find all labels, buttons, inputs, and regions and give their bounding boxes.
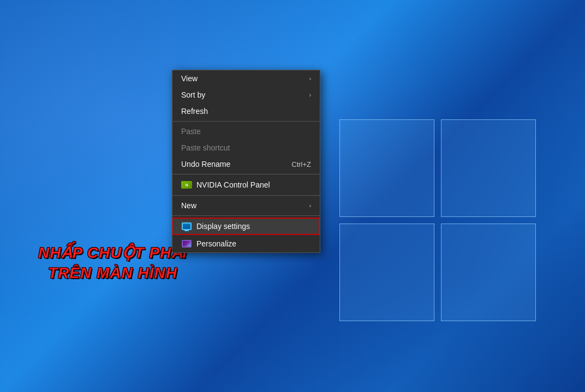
menu-label-nvidia: NVIDIA Control Panel (196, 180, 311, 189)
separator-3 (172, 195, 320, 196)
windows-logo (339, 119, 536, 321)
arrow-icon-view: › (309, 76, 311, 82)
arrow-icon-new: › (309, 203, 311, 209)
personalize-icon (181, 238, 192, 249)
menu-label-display-settings: Display settings (196, 222, 311, 231)
desktop: NHẤP CHUỘT PHẢI TRÊN MÀN HÌNH View › Sor… (0, 0, 585, 392)
menu-item-sortby[interactable]: Sort by › (172, 87, 320, 103)
win-pane-br (441, 224, 536, 321)
menu-label-personalize: Personalize (196, 239, 311, 248)
separator-2 (172, 174, 320, 174)
menu-label-new: New (181, 201, 309, 210)
instruction-label: NHẤP CHUỘT PHẢI TRÊN MÀN HÌNH (38, 243, 187, 283)
menu-label-undo-rename: Undo Rename (181, 160, 280, 168)
shortcut-undo-rename: Ctrl+Z (291, 160, 311, 168)
menu-item-new[interactable]: New › (172, 197, 320, 214)
menu-label-sortby: Sort by (181, 91, 309, 99)
display-settings-icon (181, 221, 192, 232)
win-pane-bl (339, 224, 434, 321)
separator-1 (172, 121, 320, 122)
win-pane-tl (339, 119, 434, 217)
menu-item-personalize[interactable]: Personalize (172, 235, 320, 252)
context-menu: View › Sort by › Refresh Paste Paste sho… (172, 70, 320, 253)
menu-item-nvidia[interactable]: N NVIDIA Control Panel (172, 176, 320, 194)
menu-label-paste: Paste (181, 127, 311, 136)
nvidia-icon: N (181, 179, 192, 190)
menu-label-paste-shortcut: Paste shortcut (181, 143, 311, 152)
menu-label-view: View (181, 74, 309, 83)
win-pane-tr (441, 119, 536, 217)
menu-item-refresh[interactable]: Refresh (172, 103, 320, 119)
menu-label-refresh: Refresh (181, 107, 311, 116)
separator-4 (172, 215, 320, 216)
menu-item-undo-rename[interactable]: Undo Rename Ctrl+Z (172, 156, 320, 172)
menu-item-display-settings[interactable]: Display settings (172, 218, 320, 235)
arrow-icon-sortby: › (309, 92, 311, 98)
menu-item-paste-shortcut: Paste shortcut (172, 140, 320, 156)
menu-item-paste: Paste (172, 123, 320, 140)
menu-item-view[interactable]: View › (172, 70, 320, 87)
